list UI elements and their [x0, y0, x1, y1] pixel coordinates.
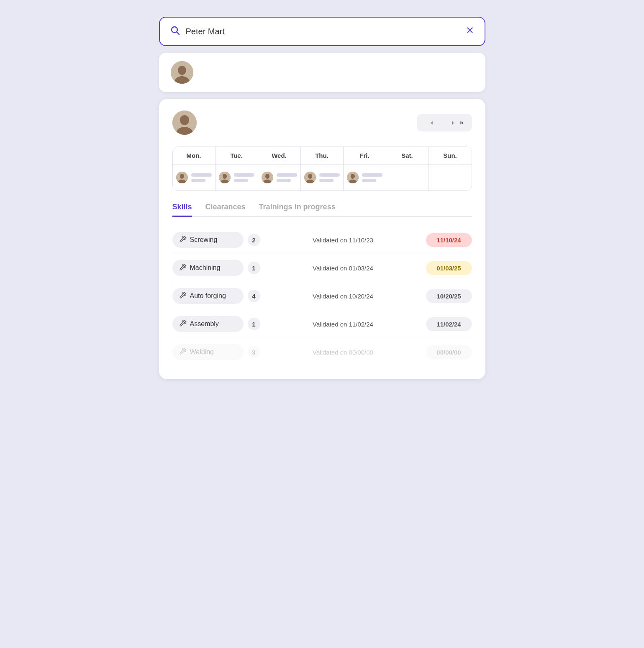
calendar-grid: Mon.Tue.Wed.Thu.Fri.Sat.Sun.	[172, 147, 472, 191]
skill-tag: Welding	[172, 344, 244, 360]
cal-col-wed: Wed.	[258, 147, 301, 190]
validated-text: Validated on 10/20/24	[269, 293, 418, 300]
skill-icon	[179, 291, 187, 301]
search-input[interactable]	[186, 27, 459, 36]
cal-line	[191, 173, 212, 177]
skill-icon	[179, 347, 187, 357]
cal-day-header: Sun.	[429, 147, 472, 165]
cal-day-header: Wed.	[258, 147, 300, 165]
validated-text: Validated on 11/02/24	[269, 321, 418, 328]
next-next-button[interactable]: »	[458, 118, 465, 127]
prev-prev-button[interactable]	[423, 122, 427, 123]
skill-row-partial: Welding 3 Validated on 00/00/00 00/00/00	[172, 338, 472, 366]
skill-name: Welding	[190, 348, 214, 356]
skill-tag: Assembly	[172, 316, 244, 332]
expiry-badge: 11/10/24	[426, 233, 472, 247]
skill-level-badge: 1	[248, 318, 260, 330]
cal-day-header: Mon.	[173, 147, 215, 165]
cal-mini-avatar	[262, 172, 273, 183]
svg-point-11	[180, 174, 184, 179]
cal-col-fri: Fri.	[344, 147, 386, 190]
prev-button[interactable]: ‹	[429, 118, 435, 127]
cal-day-content	[216, 165, 258, 190]
week-nav: ‹ › »	[417, 114, 472, 131]
tab-skills[interactable]: Skills	[172, 203, 192, 217]
cal-lines	[277, 173, 297, 182]
result-left	[171, 61, 200, 84]
cal-mini-avatar	[176, 172, 188, 183]
svg-point-5	[178, 66, 186, 75]
expiry-badge: 01/03/25	[426, 261, 472, 275]
skill-icon	[179, 319, 187, 329]
cal-lines	[362, 173, 382, 182]
cal-day-content	[258, 165, 300, 190]
cal-col-tue: Tue.	[216, 147, 258, 190]
search-result-item	[159, 53, 485, 92]
cal-lines	[191, 173, 212, 182]
validated-text: Validated on 11/10/23	[269, 237, 418, 244]
cal-col-thu: Thu.	[301, 147, 344, 190]
tabs-row: SkillsClearancesTrainings in progress	[172, 203, 472, 217]
skill-level-badge: 2	[248, 234, 260, 246]
cal-line-short	[277, 179, 291, 182]
expiry-badge: 10/20/25	[426, 289, 472, 303]
cal-line-short	[234, 179, 248, 182]
skill-level-badge: 3	[248, 346, 260, 358]
header-avatar	[172, 111, 197, 135]
cal-line-short	[362, 179, 376, 182]
cal-day-content	[429, 165, 472, 190]
cal-line	[277, 173, 297, 177]
cal-line-short	[319, 179, 334, 182]
cal-line	[319, 173, 340, 177]
cal-col-mon: Mon.	[173, 147, 216, 190]
validated-text: Validated on 01/03/24	[269, 265, 418, 272]
expiry-badge: 00/00/00	[426, 345, 472, 359]
search-box	[159, 17, 485, 46]
cal-day-header: Fri.	[344, 147, 386, 165]
skill-name: Assembly	[190, 320, 219, 328]
skill-row: Auto forging 4 Validated on 10/20/24 10/…	[172, 282, 472, 310]
page-container: ‹ › » Mon.Tue.Wed.Thu.Fri.Sat.Sun. Skill…	[159, 17, 485, 379]
skill-name: Machining	[190, 264, 221, 272]
clear-search-button[interactable]	[465, 26, 475, 37]
cal-mini-avatar	[347, 172, 359, 183]
svg-point-20	[308, 174, 312, 179]
cal-day-header: Thu.	[301, 147, 343, 165]
cal-day-content	[344, 165, 386, 190]
search-icon	[170, 25, 180, 38]
card-header: ‹ › »	[172, 111, 472, 135]
cal-line-short	[191, 179, 205, 182]
svg-point-8	[180, 115, 189, 125]
cal-day-content	[173, 165, 215, 190]
main-card: ‹ › » Mon.Tue.Wed.Thu.Fri.Sat.Sun. Skill…	[159, 99, 485, 379]
skill-tag: Screwing	[172, 232, 244, 248]
skill-name: Screwing	[190, 236, 218, 244]
next-button[interactable]: ›	[450, 118, 455, 127]
expiry-badge: 11/02/24	[426, 317, 472, 331]
cal-line	[362, 173, 382, 177]
skill-tag: Machining	[172, 260, 244, 276]
validated-text: Validated on 00/00/00	[269, 349, 418, 356]
cal-day-header: Tue.	[216, 147, 258, 165]
svg-point-14	[223, 174, 227, 179]
svg-point-17	[265, 174, 269, 179]
skill-name: Auto forging	[190, 292, 226, 300]
cal-mini-avatar	[219, 172, 231, 183]
cal-day-content	[301, 165, 343, 190]
cal-line	[234, 173, 254, 177]
result-avatar	[171, 61, 193, 84]
tab-trainings-in-progress[interactable]: Trainings in progress	[259, 203, 336, 217]
tab-clearances[interactable]: Clearances	[205, 203, 246, 217]
skill-level-badge: 4	[248, 290, 260, 302]
skill-row: Machining 1 Validated on 01/03/24 01/03/…	[172, 254, 472, 282]
cal-mini-avatar	[304, 172, 316, 183]
cal-lines	[319, 173, 340, 182]
skill-tag: Auto forging	[172, 288, 244, 304]
svg-point-23	[351, 174, 355, 179]
skill-icon	[179, 263, 187, 273]
skill-row: Assembly 1 Validated on 11/02/24 11/02/2…	[172, 310, 472, 338]
skills-list: Screwing 2 Validated on 11/10/23 11/10/2…	[172, 226, 472, 366]
skill-level-badge: 1	[248, 262, 260, 274]
cal-day-header: Sat.	[386, 147, 428, 165]
cal-lines	[234, 173, 254, 182]
